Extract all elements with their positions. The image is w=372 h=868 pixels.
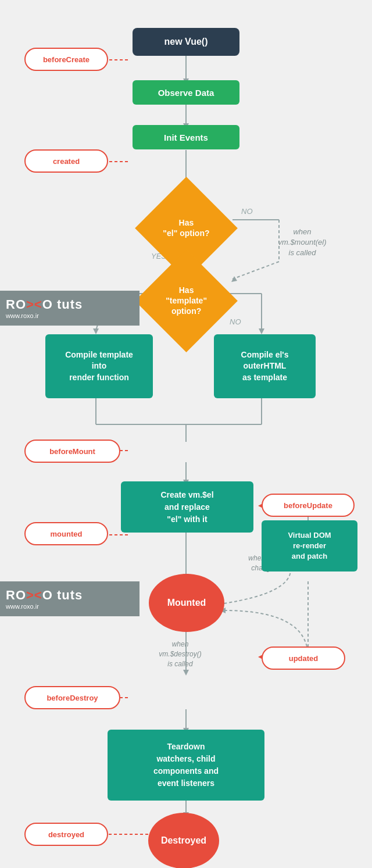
before-destroy-label: beforeDestroy — [46, 694, 98, 702]
create-vm-label: Create vm.$el and replace "el" with it — [160, 489, 213, 526]
when-mount-label: whenvm.$mount(el)is called — [256, 227, 349, 259]
watermark-2: RO><O tuts www.roxo.ir — [0, 581, 140, 616]
when-destroy-label: whenvm.$destroy()is called — [128, 640, 233, 669]
init-events-box: Init Events — [133, 125, 239, 149]
created-label: created — [53, 157, 80, 166]
destroyed-label: destroyed — [48, 830, 84, 839]
mounted-label: mounted — [51, 530, 83, 538]
watermark-brand-1: RO><O tuts — [6, 297, 140, 312]
new-vue-label: new Vue() — [164, 37, 208, 47]
has-el-label: Has"el" option? — [163, 217, 209, 238]
new-vue-box: new Vue() — [133, 28, 239, 56]
watermark-url-1: www.roxo.ir — [6, 312, 140, 319]
compile-template-box: Compile template into render function — [45, 334, 153, 398]
before-update-label: beforeUpdate — [284, 501, 332, 510]
destroyed-circle: Destroyed — [148, 813, 219, 868]
svg-marker-26 — [259, 328, 264, 334]
svg-marker-49 — [183, 670, 189, 676]
before-mount-label: beforeMount — [49, 447, 95, 456]
compile-outer-box: Compile el's outerHTML as template — [214, 334, 316, 398]
watermark-1: RO><O tuts www.roxo.ir — [0, 291, 140, 326]
updated-label: updated — [289, 654, 319, 663]
before-mount-hook: beforeMount — [24, 440, 120, 463]
virtual-dom-label: Virtual DOM re-render and patch — [288, 530, 331, 562]
virtual-dom-box: Virtual DOM re-render and patch — [262, 520, 357, 571]
lifecycle-diagram: NO YES YES NO — [0, 0, 372, 868]
before-create-hook: beforeCreate — [24, 48, 108, 71]
teardown-box: Teardown watchers, child components and … — [108, 730, 264, 801]
observe-data-label: Observe Data — [158, 88, 214, 98]
svg-text:NO: NO — [241, 207, 253, 216]
before-create-label: beforeCreate — [43, 55, 90, 64]
watermark-brand-2: RO><O tuts — [6, 588, 140, 603]
destroyed-hook: destroyed — [24, 823, 108, 846]
create-vm-box: Create vm.$el and replace "el" with it — [121, 481, 253, 533]
destroyed-circle-label: Destroyed — [161, 835, 206, 846]
mounted-circle-label: Mounted — [167, 598, 206, 608]
svg-text:NO: NO — [230, 317, 241, 326]
mounted-circle: Mounted — [149, 574, 224, 632]
observe-data-box: Observe Data — [133, 80, 239, 105]
updated-hook: updated — [262, 646, 345, 670]
has-template-label: Has"template"option? — [166, 285, 207, 317]
before-update-hook: beforeUpdate — [262, 494, 355, 517]
compile-outer-label: Compile el's outerHTML as template — [241, 349, 289, 384]
mounted-hook: mounted — [24, 522, 108, 545]
teardown-label: Teardown watchers, child components and … — [153, 741, 219, 790]
watermark-url-2: www.roxo.ir — [6, 603, 140, 610]
svg-marker-15 — [231, 276, 237, 282]
svg-marker-22 — [93, 328, 99, 334]
init-events-label: Init Events — [164, 133, 208, 142]
compile-template-label: Compile template into render function — [65, 349, 133, 384]
created-hook: created — [24, 149, 108, 173]
before-destroy-hook: beforeDestroy — [24, 686, 120, 709]
svg-line-14 — [233, 262, 279, 279]
